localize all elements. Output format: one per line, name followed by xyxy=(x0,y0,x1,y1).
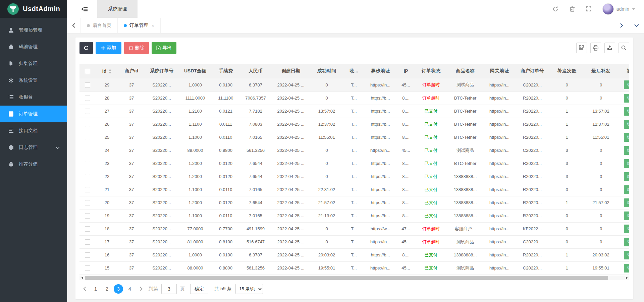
sidebar-item-5[interactable]: 订单管理 xyxy=(0,106,67,122)
plus-icon xyxy=(101,46,105,50)
row-checkbox[interactable] xyxy=(85,239,90,245)
select-all-checkbox[interactable] xyxy=(85,69,90,74)
edit-button[interactable]: 编辑 xyxy=(624,80,629,89)
edit-button[interactable]: 编辑 xyxy=(624,94,629,103)
table-refresh-button[interactable] xyxy=(79,42,93,54)
edit-button[interactable]: 编辑 xyxy=(624,133,629,142)
cell-cny: 7.6544 xyxy=(240,170,271,183)
cell-receive_addr: T... xyxy=(343,92,365,105)
prev-page-icon[interactable] xyxy=(80,285,89,293)
trash-icon[interactable] xyxy=(569,6,576,12)
fullscreen-icon[interactable] xyxy=(586,6,592,12)
edit-button[interactable]: 编辑 xyxy=(624,172,629,181)
tabs-menu-chevron-icon[interactable] xyxy=(629,18,644,33)
goto-page-input[interactable] xyxy=(161,284,177,294)
scroll-right-arrow-icon[interactable] xyxy=(624,276,629,280)
cell-text: 2022-04-25 ... xyxy=(277,226,305,231)
cell-text: 21:13:02 xyxy=(318,213,335,218)
page-tab-1[interactable]: 订单管理× xyxy=(118,18,161,33)
row-checkbox[interactable] xyxy=(85,82,90,88)
sort-icon[interactable] xyxy=(108,69,112,74)
user-menu[interactable]: admin xyxy=(602,3,635,15)
page-number-1[interactable]: 1 xyxy=(91,284,100,294)
col-header-id[interactable]: id xyxy=(96,64,118,78)
export-button[interactable]: 导出 xyxy=(152,42,176,54)
tab-label: 后台首页 xyxy=(93,22,111,28)
row-checkbox[interactable] xyxy=(85,135,90,140)
next-page-icon[interactable] xyxy=(137,285,145,293)
add-button[interactable]: 添加 xyxy=(96,42,121,54)
refresh-icon[interactable] xyxy=(552,6,559,12)
cell-text: 2022-04-25 ... xyxy=(277,161,305,166)
row-checkbox[interactable] xyxy=(85,122,90,127)
tabs-scroll-right-icon[interactable] xyxy=(614,18,629,33)
cell-text: 2022-04-25 ... xyxy=(277,82,305,87)
col-header-cny: 人民币 xyxy=(240,64,271,78)
sidebar-item-0[interactable]: 管理员管理 xyxy=(0,22,67,39)
sidebar-item-6[interactable]: 接口文档 xyxy=(0,122,67,139)
scroll-left-arrow-icon[interactable] xyxy=(79,276,85,280)
sidebar-item-7[interactable]: 日志管理 xyxy=(0,139,67,156)
cell-merchant_id: 37 xyxy=(118,222,145,235)
tabs-scroll-left-icon[interactable] xyxy=(67,18,80,33)
delete-button[interactable]: 删除 xyxy=(124,42,149,54)
tab-close-icon[interactable]: × xyxy=(152,23,154,28)
page-number-2[interactable]: 2 xyxy=(102,284,112,294)
print-icon[interactable] xyxy=(590,43,601,53)
cell-usdt_amount: 1.2000 xyxy=(179,196,212,209)
page-tab-0[interactable]: 后台首页 xyxy=(81,18,118,33)
cell-text: https://b... xyxy=(371,200,390,205)
sidebar-collapse-icon[interactable] xyxy=(80,5,89,13)
edit-button[interactable]: 编辑 xyxy=(624,146,629,155)
horizontal-scrollbar[interactable] xyxy=(79,276,629,280)
edit-button[interactable]: 编辑 xyxy=(624,120,629,129)
sidebar-item-1[interactable]: 码池管理 xyxy=(0,39,67,55)
user-avatar[interactable] xyxy=(602,3,614,15)
edit-button[interactable]: 编辑 xyxy=(624,212,629,220)
row-checkbox[interactable] xyxy=(85,265,90,271)
row-checkbox[interactable] xyxy=(85,148,90,153)
edit-button[interactable]: 编辑 xyxy=(624,159,629,168)
scrollbar-thumb[interactable] xyxy=(85,276,608,280)
page-number-3[interactable]: 3 xyxy=(114,284,123,294)
cell-text: https://in... xyxy=(370,239,390,244)
row-checkbox[interactable] xyxy=(85,96,90,101)
cell-text: 6.3787 xyxy=(249,82,262,87)
row-checkbox[interactable] xyxy=(85,200,90,205)
cell-text: 7.6544 xyxy=(249,200,262,205)
row-checkbox[interactable] xyxy=(85,109,90,114)
search-icon[interactable] xyxy=(619,43,629,53)
row-checkbox[interactable] xyxy=(85,252,90,258)
edit-button[interactable]: 编辑 xyxy=(624,107,629,116)
row-checkbox[interactable] xyxy=(85,226,90,232)
cell-resend_count: 1 xyxy=(550,248,584,261)
row-checkbox[interactable] xyxy=(85,187,90,192)
edit-button[interactable]: 编辑 xyxy=(624,251,629,259)
page-number-4[interactable]: 4 xyxy=(125,284,135,294)
sidebar-item-4[interactable]: 收银台 xyxy=(0,89,67,106)
cell-gateway: https://in... xyxy=(484,183,515,196)
cell-text: https://in... xyxy=(489,109,509,114)
cell-merchant_id: 37 xyxy=(118,131,145,144)
edit-button[interactable]: 编辑 xyxy=(624,238,629,246)
nav-tab-system[interactable]: 系统管理 xyxy=(97,0,138,18)
confirm-button[interactable]: 确定 xyxy=(190,284,208,294)
edit-button[interactable]: 编辑 xyxy=(624,225,629,233)
cell-text: 2022-04-25 ... xyxy=(277,96,305,101)
page-size-select[interactable]: 15 条/页 xyxy=(235,284,263,294)
edit-button[interactable]: 编辑 xyxy=(624,185,629,194)
row-checkbox[interactable] xyxy=(85,174,90,179)
cell-text: 491.1599 xyxy=(247,226,265,231)
cell-text: 13888888... xyxy=(454,213,477,218)
edit-button[interactable]: 编辑 xyxy=(624,198,629,207)
sidebar-item-2[interactable]: 归集管理 xyxy=(0,55,67,72)
cell-cny: 6.3787 xyxy=(240,248,271,261)
row-checkbox[interactable] xyxy=(85,161,90,166)
edit-button[interactable]: 编辑 xyxy=(624,264,629,273)
row-checkbox[interactable] xyxy=(85,213,90,219)
export-data-icon[interactable] xyxy=(604,43,615,53)
cell-text: 8.... xyxy=(402,252,410,257)
sidebar-item-3[interactable]: 系统设置 xyxy=(0,72,67,89)
sidebar-item-8[interactable]: 推荐分佣 xyxy=(0,156,67,173)
columns-filter-icon[interactable] xyxy=(576,43,587,53)
